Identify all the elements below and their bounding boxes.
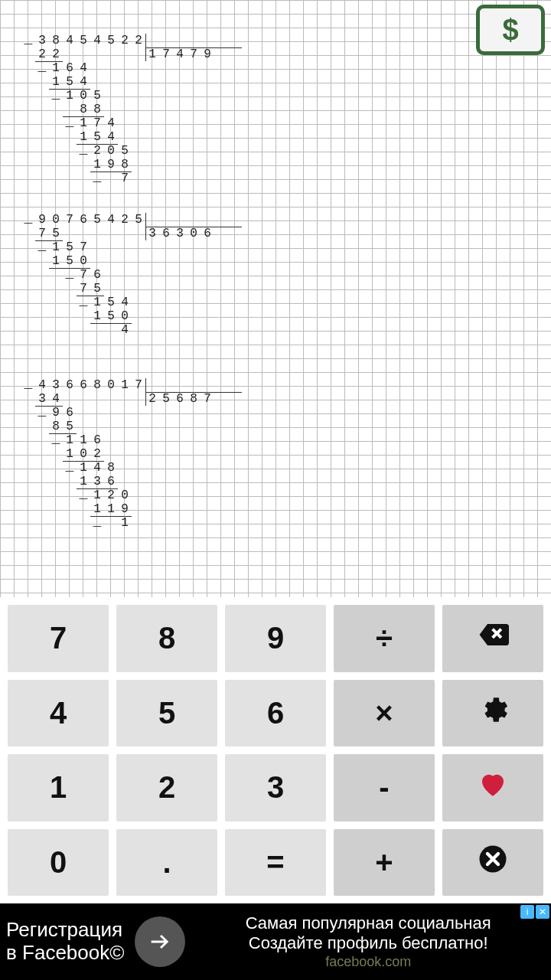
minus-mark: _: [63, 461, 77, 475]
digit-cell: 9: [118, 502, 132, 516]
digit-cell: 1: [90, 488, 104, 502]
digit-cell: 1: [90, 296, 104, 309]
digit-cell: 4: [90, 34, 104, 47]
digit-cell: 4: [118, 323, 132, 337]
underline: [49, 433, 77, 434]
underline: [63, 116, 104, 117]
digit-cell: 4: [77, 75, 90, 89]
ad-banner[interactable]: Регистрация в Facebook© Самая популярная…: [0, 903, 551, 980]
key-k6[interactable]: 6: [225, 680, 326, 747]
digit-cell: 8: [90, 103, 104, 116]
underline: [49, 89, 90, 90]
digit-cell: 5: [90, 213, 104, 227]
digit-cell: 6: [90, 268, 104, 282]
key-ksub[interactable]: -: [334, 754, 435, 822]
digit-cell: 6: [63, 406, 77, 420]
key-k4[interactable]: 4: [8, 680, 109, 747]
digit-cell: 8: [187, 392, 201, 406]
digit-cell: 5: [159, 392, 173, 406]
digit-cell: 1: [77, 130, 90, 144]
digit-cell: 8: [77, 103, 90, 116]
money-button[interactable]: $: [476, 5, 545, 55]
digit-cell: 1: [49, 75, 63, 89]
underline: [145, 392, 242, 393]
digit-cell: 4: [35, 378, 49, 392]
digit-cell: 1: [77, 116, 90, 130]
digit-cell: 1: [77, 461, 90, 475]
minus-mark: _: [35, 406, 49, 420]
key-kback[interactable]: [442, 605, 543, 672]
digit-cell: 7: [201, 392, 214, 406]
digit-cell: 2: [104, 488, 118, 502]
digit-cell: 1: [118, 378, 132, 392]
digit-cell: 5: [118, 144, 132, 158]
key-kdot[interactable]: .: [116, 829, 217, 897]
key-kheart[interactable]: [442, 754, 543, 822]
minus-mark: _: [77, 144, 90, 158]
digit-cell: 7: [90, 116, 104, 130]
key-k0[interactable]: 0: [8, 829, 109, 897]
minus-mark: _: [77, 296, 90, 309]
digit-cell: 8: [118, 158, 132, 172]
underline: [35, 406, 63, 407]
minus-mark: _: [49, 89, 63, 103]
digit-cell: 1: [63, 447, 77, 461]
digit-cell: 3: [35, 34, 49, 47]
minus-mark: _: [35, 240, 49, 254]
digit-cell: 0: [77, 89, 90, 103]
minus-mark: _: [63, 268, 77, 282]
key-kmul[interactable]: ×: [334, 680, 435, 747]
digit-cell: 9: [35, 213, 49, 227]
digit-cell: 6: [77, 378, 90, 392]
division-bar: [145, 34, 146, 61]
underline: [35, 240, 63, 241]
digit-cell: 4: [77, 61, 90, 75]
underline: [77, 296, 104, 296]
digit-cell: 9: [104, 158, 118, 172]
keypad: 789÷456×123-0.=+: [0, 597, 551, 903]
digit-cell: 5: [63, 75, 77, 89]
minus-mark: _: [49, 433, 63, 447]
squared-paper-area: 384545222217479______1641541058817415420…: [0, 0, 551, 597]
underline: [63, 461, 104, 462]
digit-cell: 5: [90, 130, 104, 144]
digit-cell: 0: [118, 309, 132, 323]
digit-cell: 0: [187, 227, 201, 240]
gear-icon: [477, 694, 509, 733]
digit-cell: 5: [49, 227, 63, 240]
dollar-icon: $: [502, 14, 518, 47]
digit-cell: 6: [201, 227, 214, 240]
key-kadd[interactable]: +: [334, 829, 435, 897]
digit-cell: 1: [90, 309, 104, 323]
minus-mark: _: [21, 378, 35, 392]
key-k3[interactable]: 3: [225, 754, 326, 822]
minus-mark: _: [77, 488, 90, 502]
digit-cell: 0: [104, 144, 118, 158]
digit-cell: 1: [77, 475, 90, 488]
adchoices-icon[interactable]: i✕: [520, 905, 549, 919]
digit-cell: 1: [104, 502, 118, 516]
underline: [77, 144, 118, 145]
key-keq[interactable]: =: [225, 829, 326, 897]
key-k9[interactable]: 9: [225, 605, 326, 672]
digit-cell: 0: [77, 254, 90, 268]
digit-cell: 4: [104, 116, 118, 130]
key-k7[interactable]: 7: [8, 605, 109, 672]
underline: [49, 268, 90, 269]
digit-cell: 1: [145, 47, 159, 61]
key-k1[interactable]: 1: [8, 754, 109, 822]
ad-left-text: Регистрация в Facebook©: [0, 916, 130, 968]
key-k8[interactable]: 8: [116, 605, 217, 672]
division-bar: [145, 213, 146, 240]
digit-cell: 7: [118, 172, 132, 185]
digit-cell: 0: [104, 378, 118, 392]
digit-cell: 8: [104, 461, 118, 475]
key-k5[interactable]: 5: [116, 680, 217, 747]
digit-cell: 1: [118, 516, 132, 530]
underline: [35, 61, 63, 62]
key-kgear[interactable]: [442, 680, 543, 747]
key-kdiv[interactable]: ÷: [334, 605, 435, 672]
digit-cell: 4: [90, 461, 104, 475]
key-k2[interactable]: 2: [116, 754, 217, 822]
key-kclose[interactable]: [442, 829, 543, 897]
